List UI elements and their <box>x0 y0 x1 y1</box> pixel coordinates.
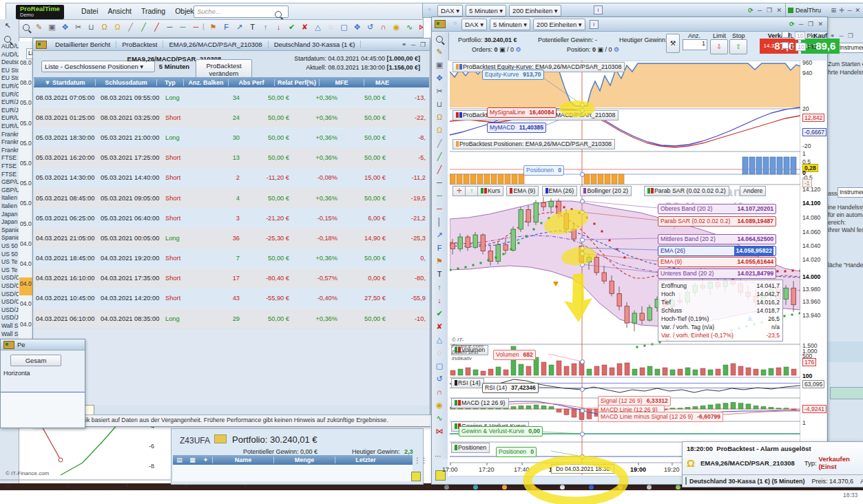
table-row[interactable]: 05.03.2021 16:20:0005.03.2021 17:25:00Sh… <box>34 148 429 168</box>
trend-arrow-icon[interactable]: ↗ <box>233 20 246 34</box>
symbol-dropdown[interactable]: DAX ▾ <box>437 5 463 17</box>
search-input[interactable]: Suche... <box>194 6 289 18</box>
text-tool-icon[interactable]: T <box>432 268 447 281</box>
zoom-icon[interactable] <box>19 20 32 34</box>
zigzag-icon[interactable]: ∿ <box>432 412 447 425</box>
rotate-icon[interactable]: ↺ <box>364 20 377 34</box>
more-options-dots[interactable]: ⋮⋮ <box>414 456 428 464</box>
pencil-icon[interactable]: ✎ <box>432 45 447 59</box>
sidebar-instrument[interactable]: GBP/U <box>1 187 19 193</box>
taskbar-app-icon[interactable] <box>647 485 652 490</box>
gesamt-button[interactable]: Gesam <box>10 355 61 366</box>
magnet-icon[interactable]: ∩ <box>377 20 390 34</box>
hline-red-icon[interactable]: ─ <box>189 20 202 34</box>
rotate-icon[interactable]: ↺ <box>432 372 447 386</box>
panel-legend[interactable]: RSI (14) <box>451 378 484 388</box>
report-tab-1[interactable]: ProBacktest <box>116 41 163 48</box>
line-green-icon[interactable]: ╱ <box>432 150 447 163</box>
sidebar-instrument[interactable]: EUR/JF <box>1 98 19 105</box>
outer-chart-titlebar[interactable]: ⁘ DAX ▾ 5 Minuten ▾ 200 Einheiten ▾ i ⟳ … <box>422 3 787 18</box>
line-red-icon[interactable]: ╱ <box>150 20 163 34</box>
dealthru-titlebar[interactable]: DealThru ⊞ ✛ ─ ✕ <box>785 3 863 18</box>
instrument-dropdown-fragment[interactable]: Instrument <box>838 43 863 53</box>
vline-icon[interactable]: │ <box>432 216 447 229</box>
sidebar-instrument[interactable]: EUR/G <box>1 83 19 90</box>
taskbar-app-icon[interactable] <box>444 485 449 490</box>
table-row[interactable]: 04.03.2021 06:10:0004.03.2021 08:35:00Lo… <box>34 308 429 328</box>
legend-up-button[interactable]: ↑ <box>465 186 479 196</box>
sidebar-instrument[interactable]: FTSE 1 <box>1 162 19 169</box>
column-header[interactable]: Name <box>212 456 273 463</box>
indicator-chip[interactable]: Kurs <box>477 186 503 196</box>
table-header[interactable]: ▼ StartdatumSchlussdatumTypAnz. BalkenAb… <box>34 77 429 87</box>
search-icon[interactable] <box>275 11 282 18</box>
sidebar-instrument[interactable]: AUD/U <box>1 51 19 58</box>
flag-icon[interactable]: ⚑ <box>432 255 447 268</box>
pattern-icon[interactable]: ⋈ <box>416 20 424 34</box>
sidebar-instrument[interactable]: Spanie <box>1 234 19 241</box>
menu-ansicht[interactable]: Ansicht <box>103 4 136 18</box>
sidebar-instrument[interactable]: USD/C <box>1 282 19 289</box>
indicator-chip[interactable]: Bollinger (20 2) <box>580 186 632 196</box>
sidebar-instrument[interactable]: AUD/U <box>1 43 19 50</box>
l-points-input[interactable]: 10 <box>795 32 805 40</box>
taskbar-app-icon[interactable] <box>560 485 565 490</box>
triangle-icon[interactable]: △ <box>432 333 447 346</box>
hline-icon[interactable]: ─ <box>432 176 447 189</box>
menu-trading[interactable]: Trading <box>136 4 170 18</box>
s-checkbox[interactable] <box>782 42 789 49</box>
taskbar-app-icon[interactable] <box>676 485 680 490</box>
line-green-icon[interactable]: ╱ <box>137 20 150 34</box>
line-gray-icon[interactable]: ╱ <box>124 20 137 34</box>
pattern-icon[interactable]: ⋈ <box>432 425 447 438</box>
triangle-icon[interactable]: △ <box>311 20 324 34</box>
sidebar-instrument[interactable]: USD/C <box>1 274 19 281</box>
check-icon[interactable]: ✔ <box>285 20 298 34</box>
panel-legend[interactable]: Positionen <box>451 443 490 453</box>
indicator-chip[interactable]: EMA (9) <box>506 186 539 196</box>
refresh-icon[interactable]: ⟳ <box>748 7 755 14</box>
timeframe-dropdown[interactable]: 5 Minuten ▾ <box>490 19 530 30</box>
sidebar-instrument[interactable]: Frankr <box>1 147 19 154</box>
l-checkbox[interactable] <box>782 31 789 38</box>
line-gray-icon[interactable]: ╱ <box>432 137 447 150</box>
alarm-edit-icon[interactable]: Ω <box>432 111 447 124</box>
info-icon[interactable]: i <box>594 6 603 14</box>
copy-icon[interactable]: ▣ <box>432 59 447 72</box>
move2-icon[interactable]: ✥ <box>351 20 364 34</box>
rectangle-icon[interactable]: ▢ <box>432 359 447 372</box>
copy-icon[interactable]: ▣ <box>45 20 59 34</box>
table-row[interactable]: 04.03.2021 16:10:0004.03.2021 17:35:00Sh… <box>34 269 429 288</box>
table-row[interactable]: 05.03.2021 06:25:0005.03.2021 06:40:00Sh… <box>34 208 429 228</box>
line-red-icon[interactable]: ╱ <box>432 163 447 176</box>
check-icon[interactable]: ✔ <box>432 307 447 320</box>
lasso-icon[interactable]: ◌ <box>324 20 337 34</box>
sidebar-instrument[interactable]: USD/JI <box>1 314 19 321</box>
sidebar-instrument[interactable]: US Te <box>1 266 19 273</box>
mini-chart-icon[interactable] <box>411 472 421 481</box>
sidebar-instrument[interactable]: EUR/JF <box>1 107 19 114</box>
table-row[interactable]: 08.03.2021 01:25:0008.03.2021 03:25:00Sh… <box>34 107 429 127</box>
panel-legend[interactable]: MACD (12 26 9) <box>451 398 509 408</box>
menu-datei[interactable]: Datei <box>76 4 103 18</box>
info-icon[interactable]: i <box>590 20 599 29</box>
zigzag-icon[interactable]: ∿ <box>403 20 416 34</box>
sidebar-instrument[interactable]: Frankr <box>1 131 19 138</box>
quantity-input[interactable]: 1 <box>683 39 707 50</box>
hline-green-icon[interactable]: ─ <box>432 189 447 202</box>
report-titlebar[interactable]: Detaillierter BerichtProBacktestEMA9,26/… <box>33 39 430 51</box>
table-row[interactable]: 05.03.2021 18:30:0005.03.2021 21:00:00Lo… <box>34 127 429 147</box>
report-tab-0[interactable]: Detaillierter Bericht <box>50 41 116 48</box>
symbol-dropdown[interactable]: DAX ▾ <box>461 19 487 30</box>
alarm-icon[interactable]: Ω <box>111 20 124 34</box>
column-header[interactable]: Abs Perf <box>228 79 274 86</box>
cross-icon[interactable]: ✘ <box>298 20 311 34</box>
limit-order-button[interactable]: ⇩ <box>710 39 728 54</box>
column-header[interactable]: MFE <box>319 79 364 86</box>
cross-icon[interactable]: ✘ <box>432 320 447 333</box>
legend-add-button[interactable]: ✛ <box>453 186 466 196</box>
lasso-icon[interactable]: ◌ <box>432 346 447 359</box>
column-header[interactable]: Relat Perf(%) <box>274 79 319 86</box>
zoom-icon[interactable] <box>432 32 447 45</box>
trend-arrow-icon[interactable]: ↗ <box>432 229 447 242</box>
